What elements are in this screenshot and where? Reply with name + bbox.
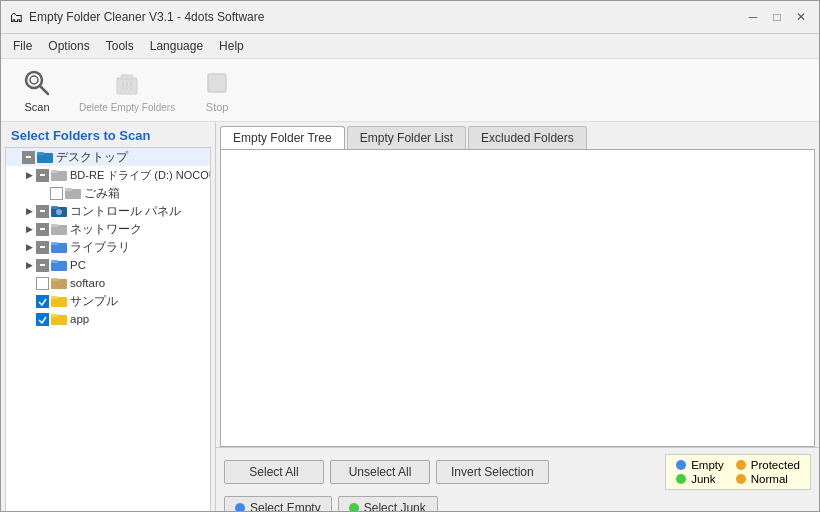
titlebar-controls: ─ □ ✕ xyxy=(743,7,811,27)
left-panel-title: Select Folders to Scan xyxy=(1,122,215,147)
tree-item-control[interactable]: ▶ コントロール パネル xyxy=(6,202,210,220)
svg-rect-4 xyxy=(121,75,133,79)
tree-item-app[interactable]: app xyxy=(6,310,210,328)
svg-point-2 xyxy=(30,76,38,84)
checkbox-sample[interactable] xyxy=(36,295,49,308)
folder-icon-softaro xyxy=(51,275,67,291)
menubar: File Options Tools Language Help xyxy=(1,34,819,59)
menu-tools[interactable]: Tools xyxy=(98,36,142,56)
tree-label-sample: サンプル xyxy=(70,294,118,309)
folder-icon-sample xyxy=(51,293,67,309)
checkbox-app[interactable] xyxy=(36,313,49,326)
folder-icon-desktop xyxy=(37,149,53,165)
tree-item-softaro[interactable]: softaro xyxy=(6,274,210,292)
menu-file[interactable]: File xyxy=(5,36,40,56)
tree-item-trash[interactable]: ごみ箱 xyxy=(6,184,210,202)
tree-item-library[interactable]: ▶ ライブラリ xyxy=(6,238,210,256)
maximize-button[interactable]: □ xyxy=(767,7,787,27)
tab-empty-folder-tree[interactable]: Empty Folder Tree xyxy=(220,126,345,149)
scan-icon xyxy=(21,67,53,99)
checkbox-control[interactable] xyxy=(36,205,49,218)
checkbox-library[interactable] xyxy=(36,241,49,254)
checkbox-pc[interactable] xyxy=(36,259,49,272)
svg-rect-26 xyxy=(51,242,58,245)
stop-label: Stop xyxy=(206,101,229,113)
svg-rect-19 xyxy=(51,206,58,209)
expand-icon-trash xyxy=(36,186,50,200)
checkbox-softaro[interactable] xyxy=(36,277,49,290)
tree-label-softaro: softaro xyxy=(70,277,105,289)
tree-item-pc[interactable]: ▶ PC xyxy=(6,256,210,274)
menu-language[interactable]: Language xyxy=(142,36,211,56)
svg-rect-35 xyxy=(51,314,58,317)
menu-options[interactable]: Options xyxy=(40,36,97,56)
legend-normal: Normal xyxy=(736,473,800,485)
checkbox-desktop[interactable] xyxy=(22,151,35,164)
legend-normal-label: Normal xyxy=(751,473,788,485)
close-button[interactable]: ✕ xyxy=(791,7,811,27)
folder-icon-bdre xyxy=(51,167,67,183)
tree-label-trash: ごみ箱 xyxy=(84,186,120,201)
delete-button[interactable]: Delete Empty Folders xyxy=(69,64,185,117)
select-empty-button[interactable]: Select Empty xyxy=(224,496,332,512)
normal-dot xyxy=(736,474,746,484)
svg-rect-14 xyxy=(51,170,58,173)
main-area: Select Folders to Scan デスクトップ ▶ xyxy=(1,122,819,512)
legend-protected: Protected xyxy=(736,459,800,471)
tab-empty-folder-list[interactable]: Empty Folder List xyxy=(347,126,466,149)
right-panel: Empty Folder Tree Empty Folder List Excl… xyxy=(216,122,819,512)
select-junk-button[interactable]: Select Junk xyxy=(338,496,438,512)
svg-rect-23 xyxy=(51,224,58,227)
minimize-button[interactable]: ─ xyxy=(743,7,763,27)
tab-content xyxy=(220,149,815,447)
checkbox-trash[interactable] xyxy=(50,187,63,200)
svg-rect-29 xyxy=(51,260,58,263)
titlebar: 🗂 Empty Folder Cleaner V3.1 - 4dots Soft… xyxy=(1,1,819,34)
select-empty-dot xyxy=(235,503,245,512)
tree-label-network: ネットワーク xyxy=(70,222,142,237)
tree-label-bdre: BD-RE ドライブ (D:) NOCOUNTRY xyxy=(70,168,211,183)
svg-rect-11 xyxy=(37,152,44,155)
scan-button[interactable]: Scan xyxy=(9,63,65,117)
bottom-actions-row1: Select All Unselect All Invert Selection… xyxy=(216,447,819,496)
scan-label: Scan xyxy=(24,101,49,113)
svg-rect-16 xyxy=(65,188,72,191)
select-all-button[interactable]: Select All xyxy=(224,460,324,484)
tree-label-control: コントロール パネル xyxy=(70,204,181,219)
expand-icon-network[interactable]: ▶ xyxy=(22,222,36,236)
legend-protected-label: Protected xyxy=(751,459,800,471)
folder-tree[interactable]: デスクトップ ▶ BD-RE ドライブ (D:) NOCOUNTRY xyxy=(5,147,211,512)
svg-point-20 xyxy=(56,209,62,215)
expand-icon-bdre[interactable]: ▶ xyxy=(22,168,36,182)
stop-button[interactable]: Stop xyxy=(189,63,245,117)
menu-help[interactable]: Help xyxy=(211,36,252,56)
tree-item-network[interactable]: ▶ ネットワーク xyxy=(6,220,210,238)
left-panel: Select Folders to Scan デスクトップ ▶ xyxy=(1,122,216,512)
delete-label: Delete Empty Folders xyxy=(79,102,175,113)
folder-icon-trash xyxy=(65,185,81,201)
tree-item-desktop[interactable]: デスクトップ xyxy=(6,148,210,166)
folder-icon-control xyxy=(51,203,67,219)
expand-icon-control[interactable]: ▶ xyxy=(22,204,36,218)
titlebar-title: Empty Folder Cleaner V3.1 - 4dots Softwa… xyxy=(29,10,264,24)
protected-dot xyxy=(736,460,746,470)
titlebar-left: 🗂 Empty Folder Cleaner V3.1 - 4dots Soft… xyxy=(9,9,264,25)
app-icon: 🗂 xyxy=(9,9,23,25)
tabs: Empty Folder Tree Empty Folder List Excl… xyxy=(216,122,819,149)
select-junk-dot xyxy=(349,503,359,512)
tree-item-bdre[interactable]: ▶ BD-RE ドライブ (D:) NOCOUNTRY xyxy=(6,166,210,184)
tree-item-sample[interactable]: サンプル xyxy=(6,292,210,310)
tab-excluded-folders[interactable]: Excluded Folders xyxy=(468,126,587,149)
folder-icon-library xyxy=(51,239,67,255)
tree-label-library: ライブラリ xyxy=(70,240,130,255)
bottom-actions-row2: Select Empty Select Junk xyxy=(216,496,819,512)
expand-icon-pc[interactable]: ▶ xyxy=(22,258,36,272)
checkbox-bdre[interactable] xyxy=(36,169,49,182)
select-empty-label: Select Empty xyxy=(250,501,321,512)
checkbox-network[interactable] xyxy=(36,223,49,236)
invert-selection-button[interactable]: Invert Selection xyxy=(436,460,549,484)
svg-rect-33 xyxy=(51,296,58,299)
empty-dot xyxy=(676,460,686,470)
expand-icon-library[interactable]: ▶ xyxy=(22,240,36,254)
unselect-all-button[interactable]: Unselect All xyxy=(330,460,430,484)
